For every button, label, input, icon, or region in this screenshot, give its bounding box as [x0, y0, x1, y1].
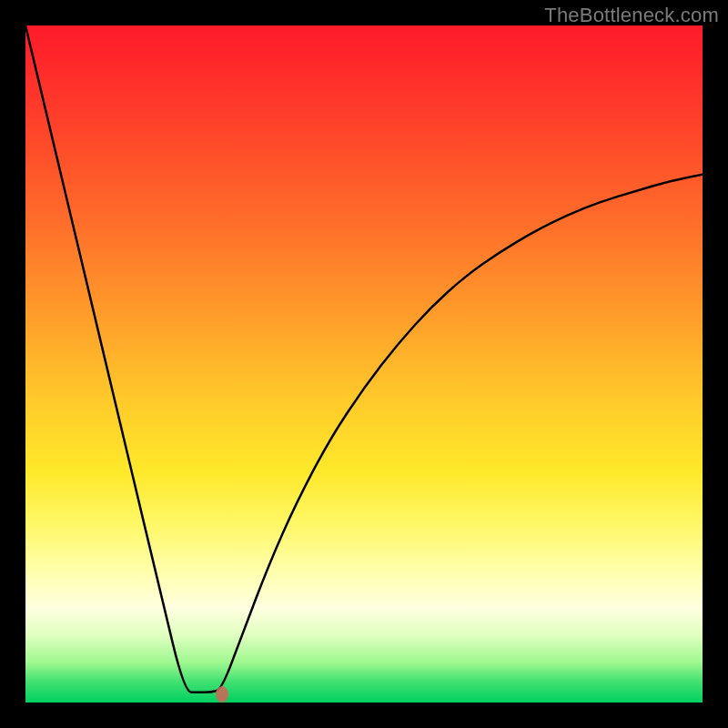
minimum-marker	[216, 686, 228, 703]
chart-frame: TheBottleneck.com	[0, 0, 728, 728]
bottleneck-curve	[25, 25, 703, 703]
attribution-text: TheBottleneck.com	[544, 4, 719, 27]
plot-area	[25, 25, 703, 703]
